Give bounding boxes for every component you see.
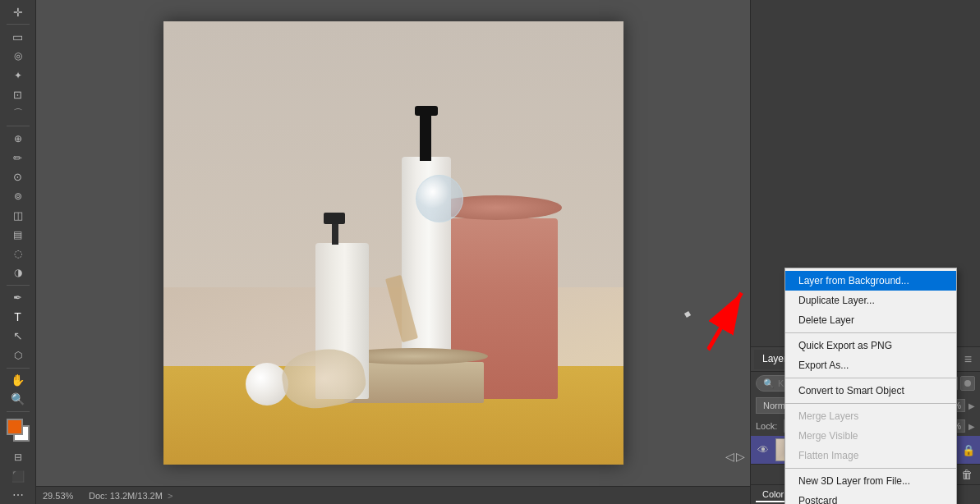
tool-clone[interactable]: ⊙ [7,168,30,186]
photo-background [163,21,623,465]
fill-arrow[interactable]: ▶ [968,422,975,431]
opacity-arrow[interactable]: ▶ [968,401,975,410]
canvas-area: ◁ ▷ [36,0,750,486]
tool-brush[interactable]: ✏ [7,149,30,166]
canvas-scroll-arrows: ◁ ▷ [725,450,745,463]
search-icon: 🔍 [763,378,775,389]
small-spray-stem [332,222,338,245]
scroll-right-icon[interactable]: ▷ [736,450,745,463]
ctx-merge-visible: Merge Visible [785,426,956,446]
ctx-postcard[interactable]: Postcard [785,491,956,504]
tool-gradient[interactable]: ▤ [7,226,30,243]
tool-path-select[interactable]: ↖ [7,328,30,345]
ctx-sep-4 [785,468,956,469]
ctx-sep-1 [785,332,956,333]
tool-eraser[interactable]: ◫ [7,207,30,224]
ctx-delete-layer[interactable]: Delete Layer [785,310,956,330]
left-toolbar: ✛ ▭ ◎ ✦ ⊡ ⌒ ⊕ ✏ ⊙ ⊚ ◫ ▤ ◌ ◑ ✒ T ↖ ⬡ ✋ 🔍 … [0,0,36,504]
ctx-quick-export[interactable]: Quick Export as PNG [785,336,956,355]
tool-sep-3 [7,285,30,286]
tool-screen-mode[interactable]: ⬛ [7,467,30,484]
ctx-layer-from-background[interactable]: Layer from Background... [785,271,956,291]
tool-quick-select[interactable]: ✦ [7,66,30,84]
svg-line-1 [692,293,750,351]
status-bar: 29.53% Doc: 13.2M/13.2M > [36,486,750,504]
filter-dot [964,380,971,387]
layer-visibility-icon[interactable]: 👁 [756,442,771,457]
ctx-convert-smart[interactable]: Convert to Smart Object [785,381,956,401]
tool-shape[interactable]: ⬡ [7,346,30,364]
color-boxes [3,419,33,442]
small-spray-head [324,213,345,224]
tool-dodge[interactable]: ◑ [7,264,30,282]
tool-history[interactable]: ⊚ [7,187,30,204]
context-menu: Layer from Background... Duplicate Layer… [784,268,957,504]
red-arrow-indicator [685,312,690,366]
layer-lock-icon: 🔒 [962,444,975,456]
panel-menu-icon[interactable]: ≡ [959,352,977,367]
white-sphere [246,363,288,405]
doc-size: Doc: 13.2M/13.2M [89,491,163,501]
tool-sep-2 [7,126,30,126]
tool-hand[interactable]: ✋ [7,371,30,388]
ctx-duplicate-layer[interactable]: Duplicate Layer... [785,291,956,310]
tool-marquee[interactable]: ▭ [7,28,30,45]
tool-healing[interactable]: ⊕ [7,130,30,147]
tool-lasso[interactable]: ◎ [7,48,30,65]
white-bottle-pump-stem [420,112,431,161]
tool-type[interactable]: T [7,308,30,325]
tool-crop[interactable]: ⊡ [7,85,30,103]
crystal-ball [416,175,463,222]
ctx-sep-3 [785,403,956,404]
tool-sep-4 [7,368,30,369]
lock-label: Lock: [756,421,777,431]
main-area: ◁ ▷ 29.53% Doc: 13.2M/13.2M > [36,0,750,504]
ctx-new-3d-layer[interactable]: New 3D Layer from File... [785,471,956,491]
ctx-flatten-image: Flatten Image [785,446,956,465]
tool-more[interactable]: ⋯ [7,487,30,504]
tool-pen[interactable]: ✒ [7,289,30,306]
ctx-export-as[interactable]: Export As... [785,355,956,375]
tool-eyedropper[interactable]: ⌒ [7,105,30,122]
ctx-merge-layers: Merge Layers [785,406,956,426]
filter-smart-icon[interactable] [960,376,975,391]
ctx-sep-2 [785,378,956,378]
status-arrow-icon[interactable]: > [168,491,173,501]
fg-color[interactable] [7,419,23,435]
tool-zoom[interactable]: 🔍 [7,391,30,408]
tool-sep-1 [7,24,30,25]
tool-move[interactable]: ✛ [7,3,30,21]
zoom-level: 29.53% [43,491,84,501]
tool-quick-mask[interactable]: ⊟ [7,448,30,465]
canvas-container [163,21,623,465]
tool-blur[interactable]: ◌ [7,245,30,262]
white-bottle-pump-head [415,106,438,116]
scroll-left-icon[interactable]: ◁ [725,450,734,463]
delete-layer-icon[interactable]: 🗑 [959,467,975,482]
tool-sep-5 [7,411,30,412]
